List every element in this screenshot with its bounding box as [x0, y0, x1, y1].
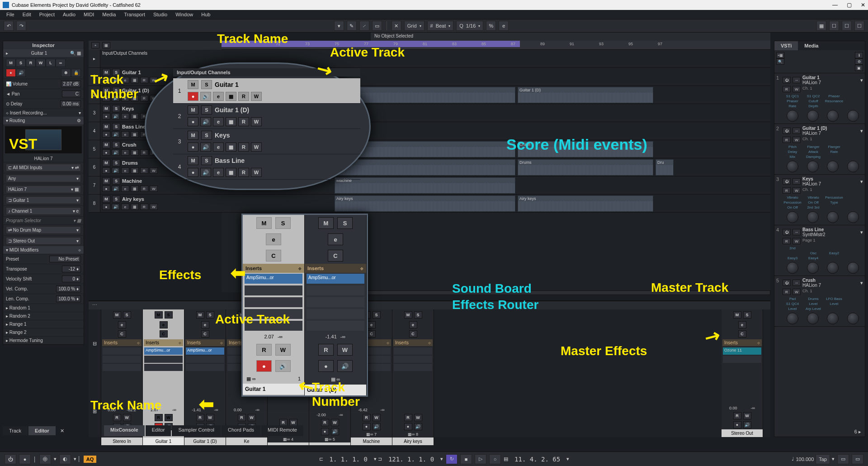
rec-button[interactable]: ●	[733, 421, 741, 428]
vst-instrument[interactable]: 1 ⏻↔ Guitar 1HALion 7▾ RWCh. 1 S1 QC1S1 …	[774, 73, 865, 124]
monitor-button[interactable]: 🔊	[112, 77, 120, 83]
mute-button[interactable]: M	[733, 311, 741, 319]
mute-button[interactable]: M	[102, 123, 110, 130]
zoom-in-button[interactable]: ▭	[837, 454, 849, 464]
vsti-page[interactable]: 6 ▸	[854, 429, 861, 435]
lower-tab[interactable]: MIDI Remote	[261, 425, 303, 436]
menu-window[interactable]: Window	[172, 11, 197, 18]
power-button[interactable]: ⏻	[5, 454, 16, 464]
settings-button[interactable]: ▣	[855, 65, 863, 71]
rec-button[interactable]: ●	[102, 77, 110, 83]
lower-menu-icon[interactable]: ⋯	[92, 302, 97, 309]
read-button[interactable]: R	[196, 414, 204, 421]
tap-button[interactable]: Tap	[816, 454, 830, 464]
knob[interactable]	[827, 211, 839, 223]
inserts-label[interactable]: Inserts⟐	[722, 339, 762, 346]
param-value[interactable]: 100.0 % ♦	[56, 285, 81, 292]
insert-slot[interactable]: AmpSimu...or	[245, 274, 302, 284]
mute-button[interactable]: M	[188, 105, 198, 114]
vst-instrument[interactable]: 3 ⏻↔ KeysHALion 7▾ RWCh. 1 VibratoVibrat…	[774, 175, 865, 225]
midi-clip[interactable]: Machine	[335, 177, 515, 194]
rec-button[interactable]: ●	[102, 131, 110, 138]
read-button[interactable]: R	[140, 204, 148, 210]
left-locator[interactable]: 1. 1. 1. 0	[326, 456, 371, 463]
mute-button[interactable]: M	[256, 217, 272, 229]
metronome-button[interactable]: 🞋	[39, 454, 51, 464]
s-button[interactable]: S	[16, 59, 26, 67]
inst-button[interactable]: ▦	[131, 204, 139, 210]
edit-button[interactable]: e	[121, 204, 129, 210]
mute-button[interactable]: M	[102, 195, 110, 203]
edit-button[interactable]: e	[121, 149, 129, 156]
lower-tab[interactable]: Sampler Control	[172, 425, 220, 436]
mute-button[interactable]: M	[102, 141, 110, 148]
insert-slot[interactable]	[103, 347, 141, 355]
write-button[interactable]: W	[251, 143, 262, 152]
pan-value[interactable]: C	[62, 90, 81, 97]
inst-button[interactable]: ▦	[226, 143, 236, 152]
read-button[interactable]: R	[238, 414, 246, 421]
menu-file[interactable]: File	[3, 11, 18, 18]
stop-button[interactable]: ■	[460, 454, 472, 464]
mute-button[interactable]: M	[113, 311, 121, 319]
monitor-button[interactable]: 🔊	[112, 113, 120, 119]
knob[interactable]	[787, 313, 798, 324]
quantize-select[interactable]: Q1/16▾	[456, 21, 483, 31]
master-channel-strip[interactable]: MS e C Inserts⟐ Ozone 11 0.00-∞ RW ●🔊 St…	[722, 309, 763, 437]
read-button[interactable]: R	[404, 414, 412, 421]
vst-instrument[interactable]: 2 ⏻↔ Guitar 1 (D)HALion 7▾ RWCh. 1 Pitch…	[774, 124, 865, 175]
knob[interactable]	[847, 110, 859, 122]
∞-button[interactable]: ∞	[56, 59, 66, 67]
precount-button[interactable]: ◐	[59, 454, 71, 464]
io-channels-header[interactable]: ▸	[89, 50, 100, 67]
knob[interactable]	[827, 262, 839, 274]
write-button[interactable]: W	[123, 414, 131, 421]
tab-editor[interactable]: Editor	[28, 426, 56, 435]
tool-button[interactable]: ✕	[392, 21, 401, 31]
pan-c[interactable]: C	[738, 330, 746, 338]
menu-media[interactable]: Media	[99, 11, 119, 18]
tool-button[interactable]: ✎	[347, 21, 357, 31]
inst-button[interactable]: ▦	[131, 131, 139, 138]
vst-instrument[interactable]: 5 ⏻↔ CrushHALion 7▾ RWCh. 1 PadDrumsLFO …	[774, 276, 865, 327]
layout-button[interactable]: ☐	[829, 21, 839, 31]
menu-transport[interactable]: Transport	[120, 11, 149, 18]
w-button[interactable]: W	[36, 59, 46, 67]
edit-button[interactable]: e	[160, 321, 168, 328]
mute-button[interactable]: M	[196, 311, 204, 319]
delay-value[interactable]: 0.00 ms	[60, 100, 81, 107]
mute-button[interactable]: M	[188, 131, 198, 140]
param-value[interactable]: 100.0 % ♦	[56, 295, 81, 302]
inst-button[interactable]: ▦	[131, 77, 139, 83]
solo-button[interactable]: S	[743, 311, 751, 319]
mute-button[interactable]: M	[102, 87, 110, 94]
record-enable-button[interactable]: ●	[6, 69, 16, 77]
rec-button[interactable]: ●	[188, 143, 198, 152]
monitor-button[interactable]: 🔊	[112, 95, 120, 101]
track-name[interactable]: Guitar 1	[215, 81, 239, 88]
tool-button[interactable]: ▾	[334, 21, 344, 31]
read-button[interactable]: R	[238, 117, 249, 126]
read-button[interactable]: R	[155, 414, 163, 421]
insert-slot[interactable]: AmpSimu...or	[186, 347, 224, 355]
knob[interactable]	[787, 262, 798, 274]
inst-button[interactable]: ▦	[131, 149, 139, 156]
write-button[interactable]: W	[206, 414, 214, 421]
midi-modifiers-section[interactable]: ▾ MIDI Modifiers⟐	[3, 246, 84, 254]
power-icon[interactable]: ⏻	[783, 229, 791, 235]
out-select[interactable]: ⊐ Guitar 1▾	[6, 196, 81, 204]
read-button[interactable]: R	[238, 168, 249, 177]
read-button[interactable]: R	[321, 419, 329, 426]
midi-clip[interactable]: Dru	[656, 159, 674, 176]
layout-button[interactable]: ☐	[842, 21, 852, 31]
monitor-button[interactable]: 🔊	[112, 167, 120, 174]
menu-edit[interactable]: Edit	[19, 11, 35, 18]
edit-button[interactable]: e	[121, 113, 129, 119]
edit-button[interactable]: e	[121, 95, 129, 101]
rec-button[interactable]: ●	[188, 168, 198, 177]
snap-grid-select[interactable]: Grid▾	[404, 21, 425, 31]
inst-button[interactable]: ▦	[131, 113, 139, 119]
write-button[interactable]: W	[150, 167, 158, 174]
settings-button[interactable]: ℹ	[855, 52, 863, 58]
tool-button[interactable]: ⟋	[359, 21, 369, 31]
